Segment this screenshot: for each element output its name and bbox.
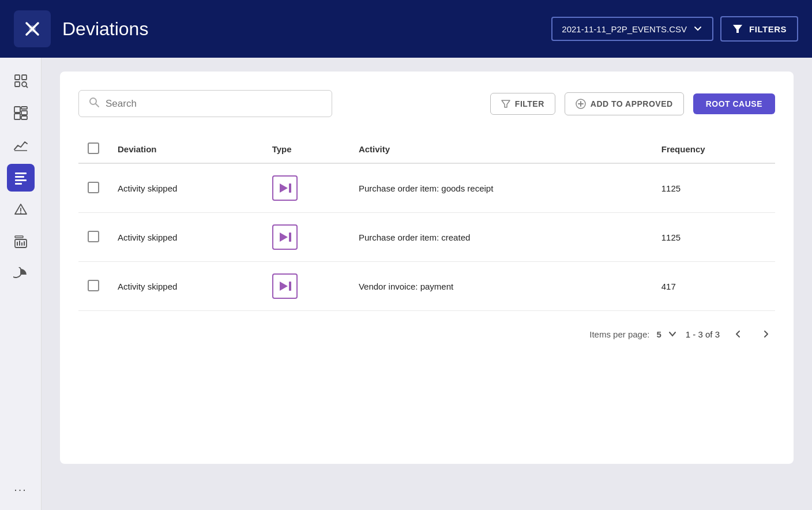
row-checkbox-cell [78,163,108,213]
activity-header: Activity [349,136,652,163]
svg-rect-9 [14,107,20,112]
type-cell [263,262,349,311]
app-logo [14,10,51,47]
svg-rect-34 [289,183,291,193]
sidebar-item-dashboard[interactable] [7,99,35,127]
svg-rect-21 [15,236,23,238]
svg-marker-35 [280,232,288,242]
items-per-page: Items per page: 5 [589,329,676,339]
search-input[interactable] [106,98,322,110]
svg-point-7 [22,82,27,87]
header-filters-button[interactable]: FILTERS [720,16,798,42]
skip-icon [272,224,298,250]
svg-point-20 [20,212,21,213]
trends-icon [13,138,28,153]
main-content: FILTER ADD TO APPROVED ROOT CAUSE [42,58,812,510]
deviation-cell: Activity skipped [108,163,263,213]
svg-point-2 [29,25,36,32]
type-header: Type [263,136,349,163]
skip-icon [272,175,298,201]
select-all-header[interactable] [78,136,108,163]
dropdown-arrow-icon[interactable] [668,330,676,338]
analysis-icon [13,73,28,88]
row-checkbox-cell [78,262,108,311]
filter-icon-btn [501,99,510,108]
frequency-cell: 1125 [652,213,775,262]
skip-icon [272,273,298,299]
row-checkbox[interactable] [88,231,99,242]
logo-icon [21,17,44,40]
items-per-page-value: 5 [656,329,661,339]
pagination-range: 1 - 3 of 3 [686,329,720,339]
deviation-cell: Activity skipped [108,262,263,311]
deviation-header: Deviation [108,136,263,163]
file-selector-button[interactable]: 2021-11-11_P2P_EVENTS.CSV [551,17,713,41]
activity-cell: Purchase order item: created [349,213,652,262]
svg-rect-17 [15,179,27,181]
file-selector-value: 2021-11-11_P2P_EVENTS.CSV [562,24,687,34]
sidebar-item-analysis[interactable] [7,67,35,95]
type-cell [263,163,349,213]
deviation-cell: Activity skipped [108,213,263,262]
filter-icon [732,23,743,35]
table-row: Activity skipped Purchase order item: cr… [78,213,775,262]
sidebar-item-trends[interactable] [7,132,35,159]
dashboard-icon [13,106,28,121]
alerts-icon [13,202,28,217]
filters-label: FILTERS [749,24,787,34]
content-card: FILTER ADD TO APPROVED ROOT CAUSE [60,72,794,464]
svg-rect-10 [21,107,27,109]
search-box[interactable] [78,90,332,117]
activity-cell: Purchase order item: goods receipt [349,163,652,213]
add-to-approved-label: ADD TO APPROVED [591,99,673,108]
items-per-page-label: Items per page: [589,329,649,339]
add-to-approved-button[interactable]: ADD TO APPROVED [565,92,684,115]
svg-rect-16 [15,176,24,178]
more-dots: ... [14,481,27,494]
table-toolbar: FILTER ADD TO APPROVED ROOT CAUSE [78,90,775,117]
svg-marker-29 [502,100,510,107]
svg-rect-11 [21,111,27,115]
filter-button[interactable]: FILTER [490,93,555,115]
main-layout: ... [0,58,812,510]
row-checkbox[interactable] [88,280,99,291]
add-icon [576,99,586,109]
svg-rect-15 [15,172,27,174]
activity-cell: Vendor invoice: payment [349,262,652,311]
svg-rect-6 [15,82,20,87]
sidebar-item-alerts[interactable] [7,196,35,224]
next-icon [761,329,770,339]
page-title: Deviations [62,18,540,40]
svg-rect-4 [15,75,20,80]
root-cause-button[interactable]: ROOT CAUSE [693,93,775,114]
reports-icon [13,235,28,250]
frequency-header: Frequency [652,136,775,163]
row-checkbox[interactable] [88,182,99,193]
svg-rect-36 [289,232,291,242]
next-page-button[interactable] [757,325,775,343]
svg-rect-18 [15,183,22,185]
svg-marker-33 [280,183,288,193]
svg-rect-38 [289,282,291,291]
row-checkbox-cell [78,213,108,262]
table-row: Activity skipped Vendor invoice: payment… [78,262,775,311]
table-row: Activity skipped Purchase order item: go… [78,163,775,213]
svg-line-8 [26,86,28,88]
select-all-checkbox[interactable] [88,142,99,154]
search-icon [88,96,100,111]
chevron-down-icon [693,24,703,34]
pie-chart-icon [13,267,28,282]
sidebar-item-reports[interactable] [7,228,35,256]
svg-marker-37 [280,282,288,291]
type-cell [263,213,349,262]
sidebar-item-deviations[interactable] [7,164,35,192]
prev-page-button[interactable] [729,325,747,343]
filter-label: FILTER [515,99,544,108]
sidebar-item-piechart[interactable] [7,261,35,288]
header-controls: 2021-11-11_P2P_EVENTS.CSV FILTERS [551,16,798,42]
sidebar-more[interactable]: ... [7,473,35,501]
root-cause-label: ROOT CAUSE [706,99,762,108]
deviations-icon [13,170,28,185]
frequency-cell: 1125 [652,163,775,213]
sidebar: ... [0,58,42,510]
